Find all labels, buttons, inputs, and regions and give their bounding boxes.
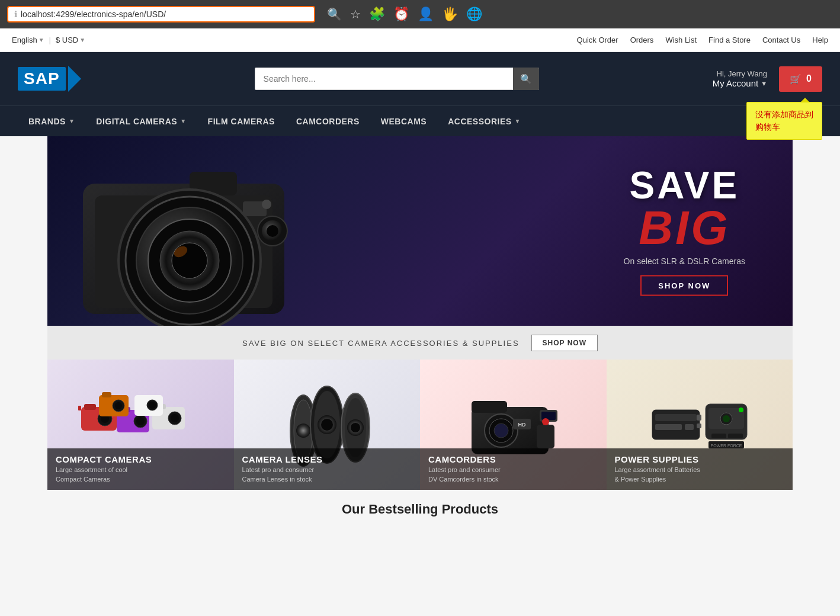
svg-rect-19 <box>78 406 81 410</box>
navigation-bar: BRANDS ▼ DIGITAL CAMERAS ▼ FILM CAMERAS … <box>0 105 840 136</box>
accessories-banner: SAVE BIG ON SELECT CAMERA ACCESSORIES & … <box>47 326 793 360</box>
nav-webcams-label: WEBCAMS <box>381 117 427 126</box>
find-store-link[interactable]: Find a Store <box>708 36 751 44</box>
wish-list-link[interactable]: Wish List <box>665 36 697 44</box>
cart-button[interactable]: 🛒 0 <box>779 66 822 92</box>
svg-point-34 <box>149 402 156 409</box>
bestselling-section: Our Bestselling Products <box>47 502 793 517</box>
currency-label: $ USD <box>56 36 78 44</box>
category-title-lenses: CAMERA LENSES <box>242 454 412 464</box>
search-button[interactable]: 🔍 <box>513 68 539 90</box>
nav-digital-cameras-chevron: ▼ <box>180 118 186 124</box>
ext-icon-4: 🖐 <box>442 7 458 22</box>
category-overlay-compact: COMPACT CAMERAS Large assortment of cool… <box>47 448 234 490</box>
nav-brands[interactable]: BRANDS ▼ <box>18 106 85 137</box>
hero-shop-button[interactable]: SHOP NOW <box>640 275 728 296</box>
language-selector[interactable]: English ▼ <box>12 36 44 44</box>
search-bar: 🔍 <box>255 68 539 90</box>
svg-rect-25 <box>102 392 111 397</box>
search-input[interactable] <box>255 68 539 90</box>
svg-rect-52 <box>541 412 556 420</box>
nav-camcorders-label: CAMCORDERS <box>296 117 360 126</box>
hero-subtitle: On select SLR & DSLR Cameras <box>624 256 745 266</box>
browser-bar: ℹ localhost:4299/electronics-spa/en/USD/… <box>0 0 840 28</box>
acc-shop-button[interactable]: SHOP NOW <box>531 335 598 351</box>
svg-point-8 <box>172 243 207 278</box>
header-right: Hi, Jerry Wang My Account ▼ 🛒 0 没有添加商品到购… <box>713 66 822 92</box>
separator: | <box>49 36 51 44</box>
category-card-power[interactable]: POWER FORCE POWER SUPPLIES Large assortm… <box>607 360 793 490</box>
svg-point-45 <box>351 423 360 432</box>
header: SAP 🔍 Hi, Jerry Wang My Account ▼ 🛒 0 没有… <box>0 52 840 105</box>
category-card-lenses[interactable]: CAMERA LENSES Latest pro and consumerCam… <box>234 360 421 490</box>
acc-banner-text: SAVE BIG ON SELECT CAMERA ACCESSORIES & … <box>242 339 520 348</box>
category-title-power: POWER SUPPLIES <box>615 454 785 464</box>
svg-rect-68 <box>711 434 726 438</box>
category-desc-compact: Large assortment of coolCompact Cameras <box>56 466 226 484</box>
svg-rect-59 <box>655 414 697 421</box>
nav-digital-cameras-label: DIGITAL CAMERAS <box>96 117 177 126</box>
category-desc-camcorders: Latest pro and consumerDV Camcorders in … <box>428 466 598 484</box>
svg-point-37 <box>296 424 310 438</box>
contact-us-link[interactable]: Contact Us <box>762 36 800 44</box>
account-label: My Account <box>713 78 759 88</box>
url-text[interactable]: localhost:4299/electronics-spa/en/USD/ <box>21 9 308 19</box>
quick-order-link[interactable]: Quick Order <box>577 36 618 44</box>
svg-text:HD: HD <box>518 422 526 428</box>
nav-film-cameras[interactable]: FILM CAMERAS <box>197 106 286 137</box>
category-desc-power: Large assortment of Batteries& Power Sup… <box>615 466 785 484</box>
logo-triangle <box>68 66 81 92</box>
category-title-camcorders: CAMCORDERS <box>428 454 598 464</box>
category-overlay-camcorders: CAMCORDERS Latest pro and consumerDV Cam… <box>420 448 607 490</box>
nav-digital-cameras[interactable]: DIGITAL CAMERAS ▼ <box>85 106 197 137</box>
cart-icon: 🛒 <box>790 73 801 85</box>
nav-camcorders[interactable]: CAMCORDERS <box>286 106 370 137</box>
utility-left: English ▼ | $ USD ▼ <box>12 36 85 44</box>
orders-link[interactable]: Orders <box>630 36 654 44</box>
language-chevron: ▼ <box>39 37 44 43</box>
svg-rect-63 <box>697 424 701 428</box>
account-link[interactable]: My Account ▼ <box>713 78 767 88</box>
svg-point-50 <box>494 424 508 438</box>
cart-tooltip: 没有添加商品到购物车 <box>746 102 822 140</box>
info-icon: ℹ <box>14 9 17 19</box>
svg-rect-62 <box>697 415 701 421</box>
browser-actions: 🔍 ☆ 🧩 ⏰ 👤 🖐 🌐 <box>327 7 482 22</box>
category-overlay-lenses: CAMERA LENSES Latest pro and consumerCam… <box>234 448 421 490</box>
hero-text-area: SAVE BIG On select SLR & DSLR Cameras SH… <box>624 166 745 296</box>
svg-rect-60 <box>655 424 682 430</box>
utility-right: Quick Order Orders Wish List Find a Stor… <box>577 36 828 44</box>
utility-bar: English ▼ | $ USD ▼ Quick Order Orders W… <box>0 28 840 52</box>
nav-brands-chevron: ▼ <box>69 118 75 124</box>
bestselling-heading: Our Bestselling Products <box>47 502 793 517</box>
help-link[interactable]: Help <box>812 36 828 44</box>
category-card-camcorders[interactable]: HD CAMCORDERS Latest pro and consumerDV … <box>420 360 607 490</box>
ext-icon-1: 🧩 <box>369 7 385 22</box>
svg-point-14 <box>267 225 278 237</box>
currency-selector[interactable]: $ USD ▼ <box>56 36 85 44</box>
category-grid: COMPACT CAMERAS Large assortment of cool… <box>47 360 793 490</box>
ext-icon-2: ⏰ <box>393 7 409 22</box>
nav-brands-label: BRANDS <box>28 117 66 126</box>
url-bar[interactable]: ℹ localhost:4299/electronics-spa/en/USD/ <box>7 6 315 23</box>
svg-rect-53 <box>537 425 554 448</box>
browser-star-icon[interactable]: ☆ <box>350 7 361 21</box>
svg-point-31 <box>171 414 179 422</box>
nav-webcams[interactable]: WEBCAMS <box>370 106 437 137</box>
browser-search-icon[interactable]: 🔍 <box>327 7 342 21</box>
sap-logo[interactable]: SAP <box>18 66 81 92</box>
category-card-compact[interactable]: COMPACT CAMERAS Large assortment of cool… <box>47 360 234 490</box>
nav-accessories[interactable]: ACCESSORIES ▼ <box>437 106 531 137</box>
ext-icon-3: 👤 <box>418 7 434 22</box>
account-chevron: ▼ <box>761 80 767 87</box>
category-overlay-power: POWER SUPPLIES Large assortment of Batte… <box>607 448 793 490</box>
language-label: English <box>12 36 37 44</box>
account-section: Hi, Jerry Wang My Account ▼ <box>713 69 767 88</box>
nav-accessories-chevron: ▼ <box>515 118 521 124</box>
category-desc-lenses: Latest pro and consumerCamera Lenses in … <box>242 466 412 484</box>
svg-rect-61 <box>685 424 694 430</box>
nav-accessories-label: ACCESSORIES <box>448 117 511 126</box>
account-greeting: Hi, Jerry Wang <box>713 69 767 78</box>
logo-text: SAP <box>18 67 66 91</box>
currency-chevron: ▼ <box>79 37 85 43</box>
